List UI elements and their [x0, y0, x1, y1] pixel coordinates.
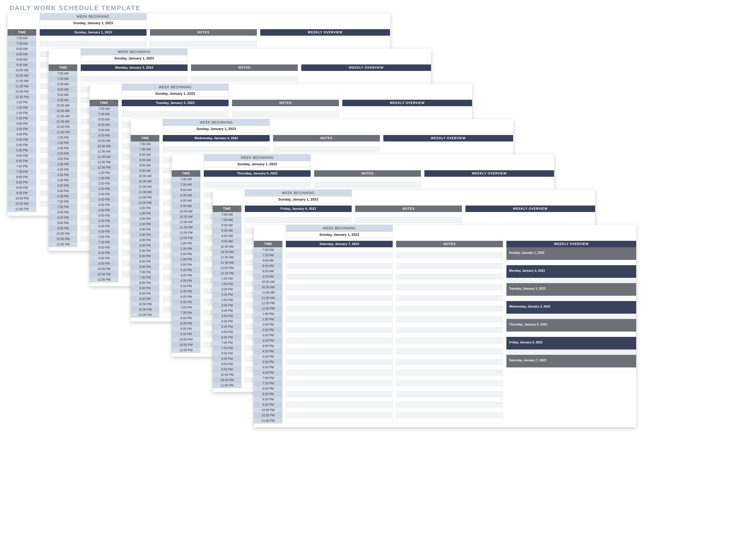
notes-cell[interactable] — [396, 263, 503, 268]
schedule-cell[interactable] — [286, 360, 393, 365]
notes-cell[interactable] — [191, 71, 298, 76]
notes-cell[interactable] — [232, 106, 339, 111]
notes-cell[interactable] — [355, 212, 462, 217]
notes-cell[interactable] — [396, 247, 503, 252]
schedule-cell[interactable] — [286, 333, 393, 338]
schedule-cell[interactable] — [204, 182, 311, 187]
schedule-cell[interactable] — [286, 306, 393, 311]
schedule-cell[interactable] — [286, 268, 393, 274]
notes-cell[interactable] — [396, 268, 503, 274]
overview-day-value[interactable] — [506, 278, 636, 283]
notes-cell[interactable] — [396, 295, 503, 301]
notes-cell[interactable] — [273, 141, 380, 147]
schedule-cell[interactable] — [286, 311, 393, 317]
notes-cell[interactable] — [396, 306, 503, 311]
schedule-cell[interactable] — [81, 71, 188, 76]
overview-day-value[interactable] — [506, 296, 636, 301]
schedule-cell[interactable] — [286, 285, 393, 290]
notes-cell[interactable] — [396, 418, 503, 424]
notes-cell[interactable] — [396, 402, 503, 408]
schedule-cell[interactable] — [245, 212, 352, 217]
notes-cell[interactable] — [396, 327, 503, 333]
notes-cell[interactable] — [150, 36, 257, 41]
schedule-cell[interactable] — [286, 247, 393, 252]
notes-cell[interactable] — [396, 301, 503, 306]
schedule-cell[interactable] — [286, 413, 393, 418]
notes-cell[interactable] — [396, 338, 503, 343]
schedule-cell[interactable] — [286, 408, 393, 413]
notes-cell[interactable] — [396, 354, 503, 360]
notes-cell[interactable] — [232, 111, 339, 117]
schedule-cell[interactable] — [286, 365, 393, 370]
schedule-cell[interactable] — [286, 349, 393, 354]
schedule-cell[interactable] — [286, 252, 393, 258]
notes-cell[interactable] — [396, 279, 503, 285]
notes-cell[interactable] — [396, 317, 503, 322]
schedule-cell[interactable] — [286, 279, 393, 285]
notes-cell[interactable] — [396, 360, 503, 365]
schedule-cell[interactable] — [286, 295, 393, 301]
overview-day-value[interactable] — [506, 350, 636, 355]
notes-cell[interactable] — [396, 333, 503, 338]
schedule-cell[interactable] — [286, 338, 393, 343]
schedule-cell[interactable] — [163, 147, 270, 152]
notes-cell[interactable] — [396, 365, 503, 370]
overview-day-value[interactable] — [506, 368, 636, 373]
schedule-cell[interactable] — [286, 322, 393, 327]
schedule-cell[interactable] — [286, 274, 393, 279]
overview-day-value[interactable] — [506, 314, 636, 319]
schedule-cell[interactable] — [122, 111, 229, 117]
schedule-cell[interactable] — [204, 177, 311, 182]
notes-cell[interactable] — [396, 413, 503, 418]
schedule-cell[interactable] — [286, 397, 393, 402]
schedule-cell[interactable] — [286, 290, 393, 295]
schedule-cell[interactable] — [286, 263, 393, 268]
schedule-cell[interactable] — [81, 76, 188, 82]
column-header-notes: NOTES — [191, 64, 298, 71]
overview-day-value[interactable] — [506, 332, 636, 337]
schedule-cell[interactable] — [163, 141, 270, 147]
schedule-cell[interactable] — [286, 354, 393, 360]
notes-cell[interactable] — [396, 386, 503, 392]
notes-cell[interactable] — [396, 349, 503, 354]
notes-cell[interactable] — [396, 397, 503, 402]
notes-cell[interactable] — [191, 76, 298, 82]
notes-cell[interactable] — [396, 392, 503, 397]
notes-cell[interactable] — [396, 370, 503, 376]
notes-cell[interactable] — [150, 41, 257, 46]
schedule-cell[interactable] — [286, 402, 393, 408]
overview-day-value[interactable] — [506, 260, 636, 265]
notes-cell[interactable] — [273, 147, 380, 152]
schedule-cell[interactable] — [286, 317, 393, 322]
notes-cell[interactable] — [396, 285, 503, 290]
notes-cell[interactable] — [314, 177, 421, 182]
schedule-cell[interactable] — [286, 418, 393, 424]
schedule-cell[interactable] — [286, 301, 393, 306]
schedule-cell[interactable] — [286, 327, 393, 333]
schedule-cell[interactable] — [286, 376, 393, 381]
schedule-cell[interactable] — [122, 106, 229, 111]
schedule-cell[interactable] — [286, 381, 393, 386]
schedule-cell[interactable] — [286, 343, 393, 349]
schedule-cell[interactable] — [286, 370, 393, 376]
notes-cell[interactable] — [396, 376, 503, 381]
schedule-cell[interactable] — [286, 258, 393, 263]
notes-cell[interactable] — [396, 408, 503, 413]
notes-cell[interactable] — [396, 274, 503, 279]
notes-cell[interactable] — [396, 381, 503, 386]
notes-cell[interactable] — [396, 258, 503, 263]
time-slot-label: 8:30 PM — [90, 250, 118, 256]
schedule-cell[interactable] — [40, 41, 147, 46]
notes-cell[interactable] — [396, 311, 503, 317]
time-slot-label: 10:30 AM — [254, 285, 282, 290]
schedule-cell[interactable] — [286, 386, 393, 392]
schedule-cell[interactable] — [286, 392, 393, 397]
notes-cell[interactable] — [396, 252, 503, 258]
notes-cell[interactable] — [396, 290, 503, 295]
schedule-cell[interactable] — [245, 217, 352, 223]
notes-cell[interactable] — [396, 343, 503, 349]
notes-cell[interactable] — [314, 182, 421, 187]
schedule-cell[interactable] — [40, 36, 147, 41]
notes-cell[interactable] — [396, 322, 503, 327]
notes-cell[interactable] — [355, 217, 462, 223]
